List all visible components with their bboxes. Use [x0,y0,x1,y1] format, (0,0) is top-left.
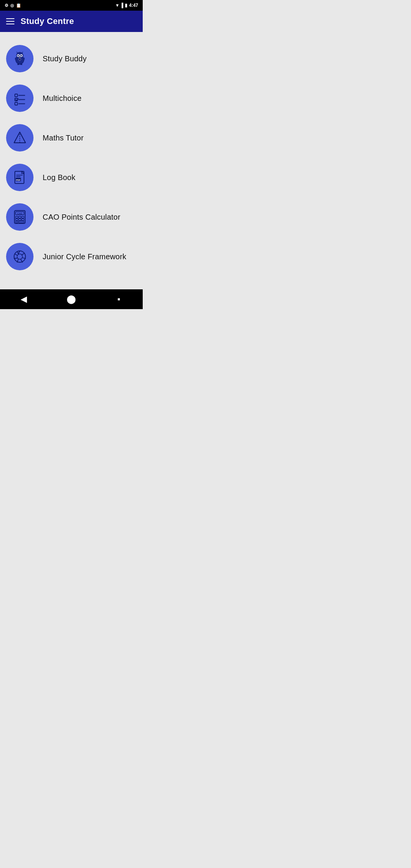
list-item-junior-cycle-framework[interactable]: Junior Cycle Framework [6,238,137,276]
svg-rect-37 [19,221,24,223]
svg-marker-2 [16,51,18,53]
junior-cycle-framework-label: Junior Cycle Framework [43,252,126,261]
svg-point-38 [14,251,25,262]
mobile-signal-icon: ▐ [120,3,123,8]
multichoice-icon [6,85,33,112]
svg-rect-32 [22,216,24,218]
svg-point-5 [18,55,19,56]
clipboard-icon: 📋 [16,3,21,8]
svg-point-8 [21,55,22,56]
back-button[interactable]: ◀ [13,292,35,307]
svg-rect-11 [15,94,18,97]
bottom-navigation: ◀ ⬤ ▪ [0,289,143,309]
svg-rect-30 [16,216,18,218]
maths-tutor-label: Maths Tutor [43,134,84,142]
log-book-label: Log Book [43,173,75,182]
status-right-icons: ▾ ▐ ▮ 4:47 [116,3,138,8]
page-title: Study Centre [21,16,74,26]
signal-icon: ◎ [10,3,14,8]
svg-text:PDF: PDF [16,179,21,181]
log-book-icon: PDF [6,164,33,191]
list-item-maths-tutor[interactable]: Maths Tutor [6,119,137,157]
svg-rect-17 [15,102,18,105]
settings-icon: ⚙ [5,3,8,8]
recent-apps-button[interactable]: ▪ [108,292,131,307]
hamburger-menu-icon[interactable] [6,18,14,24]
aperture-icon [6,243,33,270]
app-bar: Study Centre [0,11,143,32]
multichoice-label: Multichoice [43,94,81,103]
svg-marker-3 [21,51,23,53]
svg-rect-34 [19,219,21,221]
list-item-log-book[interactable]: PDF Log Book [6,158,137,196]
calculator-icon: CAO [6,203,33,231]
svg-rect-33 [16,219,18,221]
svg-rect-36 [16,221,18,223]
menu-list: Study Buddy Multichoice [0,32,143,289]
study-buddy-label: Study Buddy [43,54,87,63]
svg-text:CAO: CAO [17,212,22,215]
status-bar: ⚙ ◎ 📋 ▾ ▐ ▮ 4:47 [0,0,143,11]
maths-tutor-icon [6,124,33,152]
battery-icon: ▮ [125,3,127,8]
time-display: 4:47 [129,3,138,8]
list-item-multichoice[interactable]: Multichoice [6,79,137,117]
wifi-icon: ▾ [116,3,118,8]
svg-point-9 [21,55,22,56]
cao-points-calculator-label: CAO Points Calculator [43,213,120,222]
status-left-icons: ⚙ ◎ 📋 [5,3,21,8]
svg-line-46 [15,254,18,255]
svg-marker-19 [14,132,25,143]
svg-point-6 [18,55,19,56]
svg-line-41 [22,253,24,255]
home-button[interactable]: ⬤ [60,292,83,307]
list-item-cao-points-calculator[interactable]: CAO CAO Points Calculator [6,198,137,236]
svg-rect-31 [19,216,21,218]
list-item-study-buddy[interactable]: Study Buddy [6,40,137,78]
svg-line-45 [14,258,17,258]
svg-rect-35 [22,219,24,221]
owl-icon [6,45,33,72]
